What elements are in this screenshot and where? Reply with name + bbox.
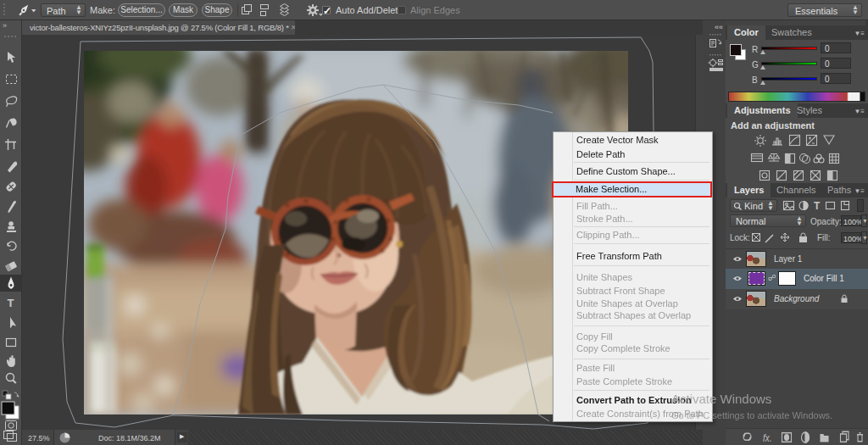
- svg-text:T: T: [8, 297, 14, 309]
- svg-text:»: »: [3, 21, 7, 30]
- svg-text:fx.: fx.: [763, 431, 772, 443]
- svg-text:T: T: [814, 200, 821, 212]
